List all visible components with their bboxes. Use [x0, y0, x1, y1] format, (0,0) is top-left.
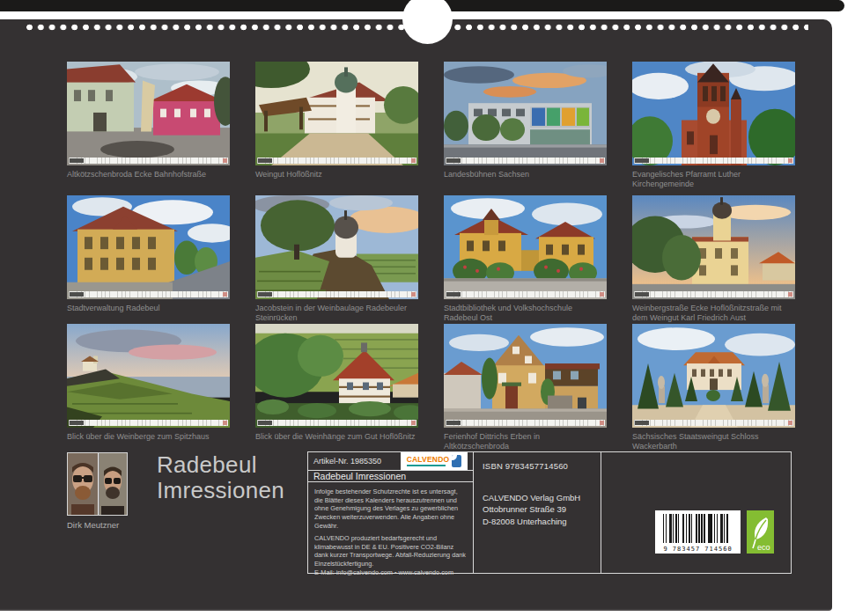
- thumbnail-july: Stadtbibliothek und Volkshochschule Rade…: [444, 195, 607, 324]
- barcode-column: 9 783457 714560 eco: [601, 452, 791, 573]
- photo-art: [67, 324, 230, 428]
- publisher-address: CALVENDO Verlag GmbH Ottobrunner Straße …: [483, 492, 592, 527]
- calvendo-logo-text: CALVENDO: [407, 456, 450, 464]
- photo-art: [444, 62, 607, 165]
- product-title-row: Radebeul Imressionen: [308, 471, 473, 482]
- publisher-name: CALVENDO Verlag GmbH: [483, 492, 592, 503]
- photo-art: [255, 62, 418, 165]
- calendar-page: Altkötzschenbroda Ecke Bahnhofstraße: [0, 19, 832, 611]
- author-portrait: [67, 452, 128, 516]
- photo-altkoetzschenbroda: [67, 62, 230, 165]
- photo-art: [632, 195, 795, 299]
- author-portrait-art: [68, 453, 127, 515]
- photo-ferienhof-dittrichs: [444, 324, 607, 428]
- mini-calendar-strip: [634, 158, 793, 164]
- thumbnail-may: Stadtverwaltung Radebeul: [67, 195, 230, 324]
- thumbnail-march: Landesbühnen Sachsen: [444, 62, 607, 195]
- eco-badge: eco: [747, 510, 774, 554]
- photo-art: [67, 195, 230, 299]
- photo-lutherkirche: [632, 62, 795, 165]
- product-title: Radebeul Imressionen: [313, 471, 406, 481]
- photo-art: [444, 195, 607, 299]
- photo-weingut-aust: [632, 195, 795, 299]
- svg-text:eco: eco: [757, 543, 770, 552]
- thumbnail-august: Weinbergstraße Ecke Hoflößnitzstraße mit…: [632, 195, 795, 324]
- article-number: Artikel-Nr. 1985350: [313, 457, 381, 466]
- barcode-digits: 9 783457 714560: [655, 546, 741, 553]
- calendar-title: Radebeul Imressionen: [157, 452, 284, 503]
- legal-paragraph-1: Infolge bestehender Schutzrechte ist es …: [314, 488, 467, 530]
- thumbnail-february: Weingut Hoflößnitz: [255, 62, 418, 195]
- photo-schloss-wackerbarth: [632, 324, 795, 428]
- photo-weingut-hofloessnitz: [255, 62, 418, 165]
- thumbnail-september: Blick über die Weinberge zum Spitzhaus: [67, 324, 230, 456]
- photo-art: [255, 195, 418, 299]
- photo-art: [632, 62, 795, 165]
- mini-calendar-strip: [634, 291, 793, 297]
- legal-text-block: Infolge bestehender Schutzrechte ist es …: [308, 482, 473, 581]
- thumbnail-caption: Landesbühnen Sachsen: [444, 170, 607, 180]
- product-info-column: Artikel-Nr. 1985350 CALVENDO Radebeul Im…: [308, 452, 474, 573]
- thumbnail-caption: Weingut Hoflößnitz: [255, 170, 418, 180]
- thumbnail-january: Altkötzschenbroda Ecke Bahnhofstraße: [67, 62, 230, 195]
- thumbnail-november: Ferienhof Dittrichs Erben in Altkötzsche…: [444, 324, 607, 456]
- mini-calendar-strip: [446, 158, 605, 164]
- photo-jacobstein: [255, 195, 418, 299]
- thumbnail-caption: Ferienhof Dittrichs Erben in Altkötzsche…: [444, 432, 607, 452]
- thumbnail-october: Blick über die Weinhänge zum Gut Hoflößn…: [255, 324, 418, 456]
- thumbnail-caption: Stadtverwaltung Radebeul: [67, 304, 230, 313]
- isbn-number: ISBN 9783457714560: [483, 461, 592, 471]
- mini-calendar-strip: [257, 158, 416, 164]
- photo-art: [255, 324, 418, 428]
- thumbnail-december: Sächsisches Staatsweingut Schloss Wacker…: [632, 324, 795, 456]
- author-block: Dirk Meutzner: [67, 452, 128, 530]
- mini-calendar-strip: [69, 158, 228, 164]
- legal-paragraph-2: CALVENDO produziert bedarfsgerecht und k…: [314, 534, 467, 568]
- mini-calendar-strip: [257, 291, 416, 297]
- isbn-publisher-column: ISBN 9783457714560 CALVENDO Verlag GmbH …: [474, 452, 601, 573]
- calendar-back-cover: Altkötzschenbroda Ecke Bahnhofstraße: [0, 0, 855, 616]
- calvendo-logo-icon: [452, 455, 461, 467]
- photo-stadtbibliothek: [444, 195, 607, 299]
- calendar-title-line2: Imressionen: [157, 478, 284, 503]
- contact-email-line: E-Mail: info@calvendo.com • www.calvendo…: [314, 568, 467, 577]
- mini-calendar-strip: [446, 420, 605, 426]
- thumbnail-caption: Blick über die Weinberge zum Spitzhaus: [67, 432, 230, 442]
- thumbnail-caption: Evangelisches Pfarramt Luther Kirchengem…: [632, 170, 795, 190]
- photo-art: [632, 324, 795, 428]
- publisher-info-table: Artikel-Nr. 1985350 CALVENDO Radebeul Im…: [307, 451, 792, 574]
- thumbnail-caption: Sächsisches Staatsweingut Schloss Wacker…: [632, 432, 795, 452]
- photo-art: [67, 62, 230, 165]
- mini-calendar-strip: [634, 420, 793, 426]
- thumbnail-april: Evangelisches Pfarramt Luther Kirchengem…: [632, 62, 795, 195]
- calendar-title-line1: Radebeul: [157, 452, 284, 478]
- mini-calendar-strip: [69, 420, 228, 426]
- mini-calendar-strip: [69, 291, 228, 297]
- photo-gut-hofloessnitz: [255, 324, 418, 428]
- thumbnail-caption: Jacobstein in der Weinbaulage Radebeuler…: [255, 304, 418, 324]
- author-name: Dirk Meutzner: [67, 520, 128, 530]
- photo-art: [444, 324, 607, 428]
- photo-stadtverwaltung: [67, 195, 230, 299]
- publisher-street: Ottobrunner Straße 39: [483, 503, 592, 515]
- article-number-row: Artikel-Nr. 1985350 CALVENDO: [308, 452, 473, 471]
- thumbnail-caption: Weinbergstraße Ecke Hoflößnitzstraße mit…: [632, 304, 795, 324]
- calvendo-logo: CALVENDO: [401, 452, 468, 470]
- photo-weinberge-spitzhaus: [67, 324, 230, 428]
- calvendo-logo-underline: [407, 465, 446, 466]
- thumbnail-caption: Altkötzschenbroda Ecke Bahnhofstraße: [67, 170, 230, 180]
- thumbnail-caption: Stadtbibliothek und Volkshochschule Rade…: [444, 304, 607, 324]
- photo-landesbuehnen: [444, 62, 607, 165]
- thumbnail-june: Jacobstein in der Weinbaulage Radebeuler…: [255, 195, 418, 324]
- month-thumbnails-grid: Altkötzschenbroda Ecke Bahnhofstraße: [67, 62, 795, 456]
- barcode-bars: [663, 514, 733, 543]
- thumbnail-caption: Blick über die Weinhänge zum Gut Hoflößn…: [255, 432, 418, 442]
- mini-calendar-strip: [257, 420, 416, 426]
- eco-leaf-icon: eco: [747, 510, 774, 554]
- mini-calendar-strip: [446, 291, 605, 297]
- ean-barcode: 9 783457 714560: [655, 510, 741, 554]
- publisher-city: D-82008 Unterhaching: [483, 516, 592, 527]
